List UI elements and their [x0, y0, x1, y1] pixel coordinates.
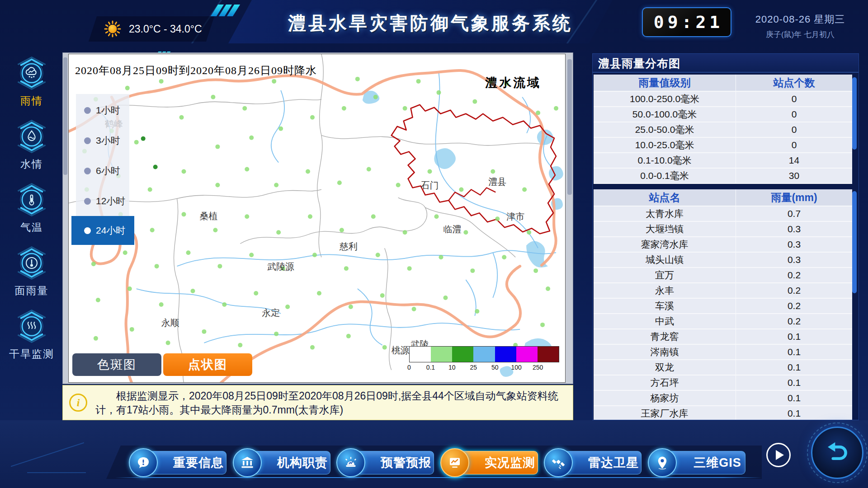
table-cell: 永丰 — [594, 283, 736, 298]
table-row: 王家厂水库0.1 — [594, 406, 852, 420]
station-dot — [127, 286, 132, 291]
station-dot — [533, 268, 538, 273]
sidebar-item-area-rain[interactable]: 面雨量 — [5, 243, 59, 306]
station-dot — [434, 214, 439, 219]
station-dot — [96, 298, 100, 302]
station-dot — [276, 230, 281, 235]
date-lunar: 庚子(鼠)年 七月初八 — [740, 29, 861, 40]
station-dot — [285, 305, 290, 309]
map-vscrollbar-right[interactable] — [567, 59, 572, 195]
map-place-label: 永顺 — [161, 318, 179, 328]
map-place-label: 永定 — [262, 308, 280, 318]
table-row: 双龙0.1 — [594, 360, 852, 375]
sidebar-item-rain[interactable]: 雨情 — [5, 53, 59, 117]
time-option-label: 3小时 — [96, 134, 120, 147]
nav-item-agency-duty[interactable]: 机构职责 — [233, 448, 331, 477]
station-dot — [367, 167, 371, 172]
temperature-widget: 23.0°C - 34.0°C — [93, 16, 210, 42]
sidebar-item-label: 雨情 — [20, 94, 43, 108]
table-row: 城头山镇0.3 — [594, 252, 852, 267]
station-dot — [428, 169, 432, 174]
sidebar-item-label: 水情 — [20, 157, 43, 171]
legend-tick: 100 — [511, 364, 521, 371]
nav-item-gis-3d[interactable]: 三维GIS — [648, 448, 746, 477]
time-option-label: 24小时 — [96, 224, 125, 237]
table-cell: 0.3 — [736, 252, 852, 267]
station-dot — [536, 111, 540, 115]
station-dot — [527, 230, 531, 235]
station-dot — [249, 253, 254, 257]
time-option-3小时[interactable]: 3小时 — [76, 131, 129, 150]
play-button[interactable] — [766, 443, 791, 467]
station-dot — [215, 145, 220, 149]
station-dot — [249, 136, 254, 140]
legend-color-segment — [495, 347, 516, 362]
station-dot — [148, 187, 152, 192]
map-vscrollbar-left[interactable] — [63, 57, 67, 175]
view-button-spot[interactable]: 色斑图 — [72, 353, 161, 376]
station-dot — [272, 79, 276, 84]
nav-item-live-monitoring[interactable]: 实况监测 — [440, 448, 539, 477]
legend-color-segment — [452, 347, 473, 362]
table-cell: 0.3 — [736, 221, 852, 237]
water-icon — [12, 117, 52, 156]
station-dot — [186, 250, 191, 255]
drought-icon — [12, 306, 52, 346]
map-title: 2020年08月25日09时到2020年08月26日09时降水 — [75, 63, 317, 78]
radio-dot-icon — [84, 168, 91, 174]
time-range-selector: 1小时 3小时 6小时 12小时 24小时 — [76, 94, 139, 248]
legend-color-bar — [409, 346, 559, 362]
table-cell: 城头山镇 — [594, 252, 736, 267]
legend-tick-labels: 00.1102550100250 — [409, 364, 559, 373]
legend-color-segment — [538, 347, 559, 362]
station-rain-table: 站点名 雨量(mm) 太青水库0.7大堰垱镇0.3蹇家湾水库0.3城头山镇0.3… — [594, 189, 852, 420]
nav-item-important-info[interactable]: 重要信息 — [129, 448, 227, 477]
time-option-6小时[interactable]: 6小时 — [76, 161, 129, 181]
sun-icon — [103, 19, 123, 39]
sidebar-item-label: 气温 — [20, 221, 43, 235]
page-title: 澧县水旱灾害防御气象服务系统 — [288, 11, 573, 36]
table-cell: 方石坪 — [594, 375, 736, 390]
table-row: 中武0.2 — [594, 314, 852, 329]
sidebar-item-air-temp[interactable]: 气温 — [5, 180, 59, 243]
nav-item-warning-forecast[interactable]: 预警预报 — [336, 448, 435, 477]
table-cell: 0 — [736, 91, 852, 107]
time-option-24小时[interactable]: 24小时 — [71, 216, 134, 245]
legend-tick: 10 — [448, 364, 456, 371]
station-dot — [159, 79, 164, 84]
table-cell: 100.0-250.0毫米 — [594, 91, 736, 107]
table-cell: 0.1 — [736, 406, 852, 420]
map-place-label: 武陵源 — [267, 262, 294, 272]
distribution-scroll-thumb[interactable] — [852, 77, 857, 150]
nav-item-radar-satellite[interactable]: 雷达卫星 — [544, 448, 642, 477]
station-dot — [166, 341, 170, 345]
sidebar-item-water[interactable]: 水情 — [5, 117, 59, 180]
table-row: 25.0-50.0毫米0 — [594, 122, 852, 137]
table-cell: 0.1 — [736, 360, 852, 375]
sidebar-item-drought[interactable]: 干旱监测 — [5, 306, 59, 370]
pin-icon — [648, 448, 677, 477]
app-root: 23.0°C - 34.0°C 澧县水旱灾害防御气象服务系统 09:21 202… — [0, 0, 868, 488]
station-dot — [396, 183, 401, 187]
station-dot — [439, 255, 443, 259]
column-header: 雨量(mm) — [736, 189, 852, 206]
siren-icon — [336, 448, 365, 477]
legend-color-segment — [473, 347, 495, 362]
time-option-12小时[interactable]: 12小时 — [76, 191, 129, 211]
table-header-row: 雨量值级别 站点个数 — [594, 75, 852, 91]
legend-tick: 250 — [533, 364, 543, 371]
legend-tick: 0.1 — [426, 364, 435, 371]
return-button[interactable] — [811, 427, 863, 479]
view-button-dot[interactable]: 点状图 — [163, 353, 252, 376]
table-cell: 0.1 — [736, 344, 852, 360]
legend-tick: 25 — [470, 364, 477, 371]
table-header-row: 站点名 雨量(mm) — [594, 189, 852, 206]
radio-dot-icon — [84, 227, 91, 234]
date-widget: 2020-08-26 星期三 庚子(鼠)年 七月初八 — [740, 13, 861, 40]
table-cell: 0.0-0.1毫米 — [594, 168, 736, 183]
map-place-label: 石门 — [421, 180, 439, 190]
station-dot — [443, 296, 448, 300]
time-option-1小时[interactable]: 1小时 — [76, 100, 129, 120]
station-scroll-thumb[interactable] — [852, 191, 857, 293]
table-cell: 涔南镇 — [594, 344, 736, 360]
